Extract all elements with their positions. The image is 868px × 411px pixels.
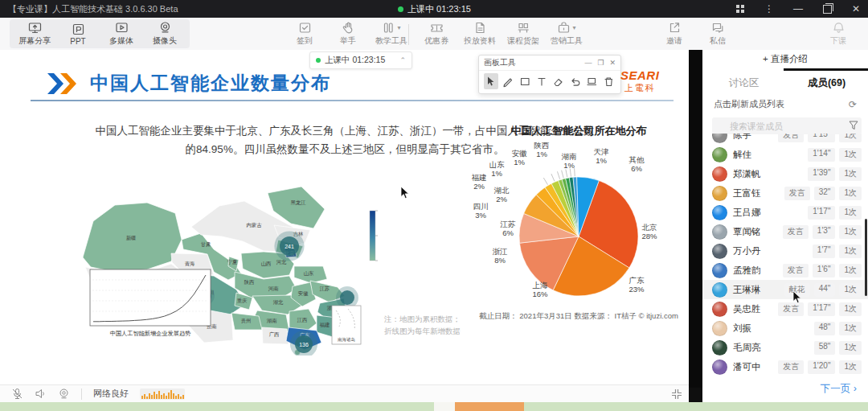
member-time: 1'15" — [808, 134, 835, 142]
svg-text:136: 136 — [299, 342, 309, 347]
collapse-icon[interactable] — [671, 388, 682, 403]
restore-icon[interactable] — [821, 3, 833, 14]
member-name: 孟雅韵 — [733, 265, 761, 277]
toolbar-item-camera[interactable]: 摄像头 — [143, 19, 186, 48]
pie-label-湖南: 湖南1% — [562, 152, 577, 170]
panel-minimize-icon[interactable]: — — [584, 59, 592, 67]
filter-icon[interactable] — [849, 119, 858, 134]
member-count: 1次 — [839, 206, 862, 220]
toolbar-group-invite: 邀请私信 — [653, 19, 739, 48]
member-count: 1次 — [839, 245, 862, 258]
class-timer-tag[interactable]: 上课中 01:23:15 ⌃ — [309, 51, 412, 69]
media-icon — [115, 21, 129, 35]
member-row[interactable]: 王琳琳献花44"1次 — [702, 280, 868, 299]
toolbar-item-hand[interactable]: 举手 — [326, 19, 370, 48]
member-row[interactable]: 王富钰发言32"1次 — [702, 183, 868, 203]
refresh-members-button[interactable]: 点击刷新成员列表 ⟳ — [714, 98, 857, 110]
avatar — [712, 205, 727, 220]
member-row[interactable]: 潘可中发言1'20"1次 — [702, 357, 868, 376]
map-label-重庆: 重庆 — [237, 298, 248, 303]
board-tool-rect-icon[interactable] — [518, 73, 532, 89]
member-time: 48" — [814, 322, 836, 335]
toolbar-item-shelf[interactable]: 课程货架 — [502, 19, 545, 48]
toolbar-item-screen-share[interactable]: 屏幕分享 — [13, 19, 56, 48]
member-row[interactable]: 郑潇帆1'39"1次 — [702, 164, 868, 183]
whiteboard-tools-panel: 画板工具 — ❐ ✕ — [478, 55, 621, 94]
member-time: 1'14" — [808, 148, 835, 162]
toolbar-item-message[interactable]: 私信 — [696, 19, 739, 48]
member-name: 潘可中 — [733, 361, 761, 373]
refresh-icon: ⟳ — [849, 99, 857, 110]
scrollbar-thumb[interactable] — [865, 219, 867, 296]
board-tool-eraser-icon[interactable] — [551, 73, 565, 89]
toolbar-item-file[interactable]: 投放资料 — [458, 19, 502, 48]
title-chevrons-icon — [47, 73, 79, 94]
member-count: 1次 — [839, 264, 862, 277]
panel-title: 画板工具 — [484, 57, 516, 68]
member-action: 发言 — [783, 264, 809, 277]
member-name: 万小丹 — [733, 245, 761, 257]
toolbar-item-ppt[interactable]: PPT — [56, 19, 100, 48]
avatar — [712, 282, 727, 298]
board-tool-screen-icon[interactable] — [584, 73, 599, 89]
close-icon[interactable]: ✕ — [850, 3, 862, 14]
screen-share-icon — [28, 21, 42, 35]
toolbar-item-end-class[interactable]: 下课 — [817, 19, 860, 48]
toolbar-item-coupon[interactable]: 优惠券 — [415, 19, 458, 48]
board-tool-undo-icon[interactable] — [567, 73, 582, 89]
panel-close-icon[interactable]: ✕ — [609, 59, 616, 67]
checkin-icon — [298, 21, 312, 35]
map-label-安徽: 安徽 — [298, 290, 309, 297]
toolbar-item-checkin[interactable]: 签到 — [283, 19, 326, 48]
window-controls: ⋮ — ✕ — [735, 0, 862, 18]
member-row[interactable]: 刘振48"1次 — [702, 319, 868, 338]
toolbar-item-invite[interactable]: 邀请 — [653, 19, 696, 48]
minimize-icon[interactable]: — — [792, 3, 804, 14]
member-row[interactable]: 孟雅韵发言1'6"1次 — [702, 261, 868, 280]
map-label-青海: 青海 — [185, 261, 195, 267]
webcam-icon[interactable] — [58, 388, 70, 400]
member-action: 献花 — [784, 283, 810, 297]
member-name: 覃闻铭 — [733, 226, 761, 238]
pie-chart-footer: 截止日期： 2021年3月31日 数据来源： IT桔子 © itjuzi.com — [465, 311, 689, 322]
member-action: 发言 — [778, 360, 804, 374]
coupon-icon — [430, 21, 444, 35]
sidebar: + 直播介绍 讨论区成员(69) 点击刷新成员列表 ⟳ 🔍︎ 陈宇发言1'15"… — [702, 50, 868, 402]
pie-label-其他: 其他6% — [629, 155, 645, 173]
toolbar-item-marketing[interactable]: ▾营销工具 — [545, 19, 588, 48]
panel-restore-icon[interactable]: ❐ — [597, 59, 604, 67]
bottom-bar: 网络良好 — [0, 384, 689, 402]
board-tool-trash-icon[interactable] — [601, 73, 616, 89]
avatar — [712, 340, 727, 356]
next-page-button[interactable]: 下一页 › — [821, 382, 857, 396]
member-row[interactable]: 覃闻铭发言1'3"1次 — [702, 222, 868, 241]
map-label-湖南: 湖南 — [267, 318, 277, 323]
member-row[interactable]: 吴忠胜发言1'17"1次 — [702, 299, 868, 319]
member-row[interactable]: 解佳1'14"1次 — [702, 145, 868, 164]
apps-icon[interactable] — [735, 3, 746, 14]
member-time: 58" — [814, 341, 836, 355]
tab-成员(69)[interactable]: 成员(69) — [785, 71, 868, 95]
slide-title: 中国人工智能企业数量分布 — [90, 71, 331, 96]
slide-canvas[interactable]: 上课中 01:23:15 ⌃ 画板工具 — ❐ ✕ SEARI 上電科 — [0, 50, 689, 384]
microphone-muted-icon[interactable] — [11, 388, 23, 400]
china-map: 新疆内蒙古黑龙江吉林辽宁甘肃青海宁夏陕西山西河北北京山东河南四川重庆湖北安徽江苏… — [71, 177, 392, 356]
member-name: 王富钰 — [733, 187, 761, 199]
member-row[interactable]: 毛周亮58"1次 — [702, 338, 868, 357]
toolbar-item-teach-tools[interactable]: ▾教学工具 — [370, 19, 413, 48]
pie-label-北京: 北京28% — [641, 223, 657, 240]
toolbar-item-media[interactable]: 多媒体 — [100, 19, 143, 48]
board-tool-select-icon[interactable] — [484, 73, 498, 89]
speaker-icon[interactable] — [35, 388, 47, 400]
avatar — [712, 134, 727, 143]
more-icon[interactable]: ⋮ — [764, 3, 775, 14]
live-intro-button[interactable]: + 直播介绍 — [702, 50, 868, 69]
member-row[interactable]: 陈宇发言1'15"1次 — [702, 134, 868, 145]
board-tool-text-icon[interactable] — [534, 73, 549, 89]
member-row[interactable]: 万小丹1'7"1次 — [702, 241, 868, 261]
search-input[interactable] — [712, 117, 862, 134]
member-row[interactable]: 王吕娜1'17"1次 — [702, 203, 868, 222]
live-dot-icon — [398, 6, 403, 12]
board-tool-pen-icon[interactable] — [501, 73, 515, 89]
tab-讨论区[interactable]: 讨论区 — [702, 71, 785, 95]
